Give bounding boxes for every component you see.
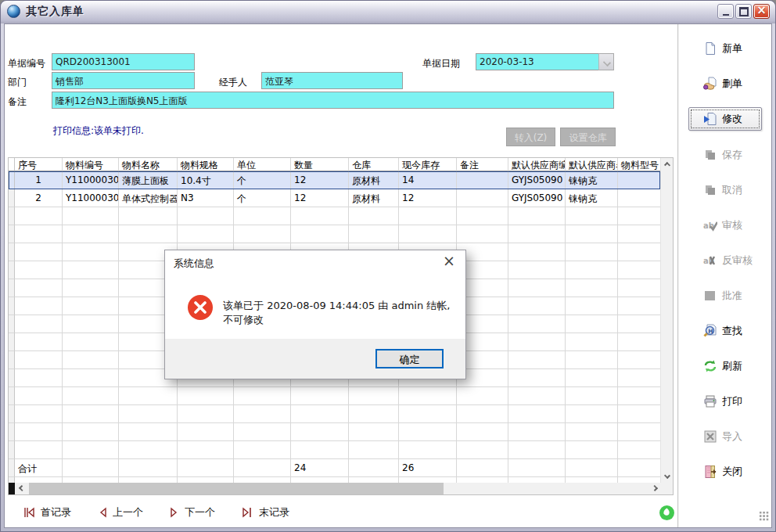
audit-label: 审核	[722, 218, 742, 232]
grid-cell	[399, 405, 457, 423]
grid-header-cell[interactable]: 物料型号	[618, 158, 660, 171]
grid-header-cell[interactable]: 物料编号	[63, 158, 119, 171]
grid-empty-row[interactable]	[9, 477, 660, 483]
grid-data-row[interactable]: 1Y110000300薄膜上面板10.4寸个12原材料14GYJS05090铼钠…	[9, 171, 660, 189]
grid-empty-row[interactable]	[9, 423, 660, 441]
grid-cell	[618, 351, 660, 369]
grid-vertical-scrollbar[interactable]	[660, 158, 673, 483]
maximize-button[interactable]	[735, 4, 752, 19]
doc-date-dropdown-icon[interactable]	[598, 53, 614, 70]
minimize-button[interactable]	[717, 4, 734, 19]
import-button[interactable]: 导入	[678, 425, 772, 448]
grid-cell	[508, 351, 566, 369]
close-form-button[interactable]: 关闭	[678, 460, 772, 483]
grid-cell	[119, 405, 178, 423]
grid-cell	[566, 243, 618, 261]
transfer-button[interactable]: 转入(Z)	[506, 128, 555, 146]
grid-header-cell[interactable]: 备注	[457, 158, 508, 171]
scroll-left-icon[interactable]	[19, 485, 25, 491]
grid-cell	[508, 423, 566, 441]
grid-cell	[15, 315, 63, 333]
grid-cell	[508, 297, 566, 315]
new-doc-label: 新单	[722, 41, 742, 56]
print-icon	[703, 394, 717, 408]
remark-field[interactable]: 隆利12台N3上面版换N5上面版	[52, 92, 614, 109]
grid-cell	[508, 459, 566, 477]
grid-header-cell[interactable]: 仓库	[349, 158, 399, 171]
grid-cell	[618, 261, 660, 279]
doc-date-field[interactable]: 2020-03-13	[476, 53, 599, 70]
next-record-label: 下一个	[185, 505, 215, 519]
grid-cell	[618, 189, 660, 207]
grid-cell	[291, 477, 349, 483]
handler-field[interactable]: 范亚琴	[261, 72, 403, 89]
grid-header-cell[interactable]: 序号	[15, 158, 63, 171]
refresh-button[interactable]: 刷新	[678, 354, 772, 378]
grid-cell: GYJS05090	[508, 189, 566, 207]
grid-cell: N3	[178, 189, 234, 207]
grid-header-cell[interactable]: 数量	[291, 158, 349, 171]
print-button[interactable]: 打印	[678, 390, 772, 413]
grid-data-row[interactable]: 2Y110000301单体式控制器N3个12原材料12GYJS05090铼钠克	[9, 189, 660, 207]
grid-empty-row[interactable]	[9, 225, 660, 243]
grid-header-cell[interactable]: 物料规格	[178, 158, 234, 171]
new-doc-button[interactable]: 新单	[678, 37, 772, 60]
grid-empty-row[interactable]	[9, 387, 660, 405]
close-button[interactable]	[753, 4, 770, 19]
grid-cell	[349, 387, 399, 405]
doc-no-field[interactable]: QRD200313001	[52, 53, 195, 70]
resize-grip[interactable]	[759, 511, 769, 521]
grid-empty-row[interactable]	[9, 405, 660, 423]
scroll-up-icon[interactable]	[664, 162, 670, 168]
dialog-close-icon[interactable]: ×	[440, 253, 458, 268]
remark-label: 备注	[8, 95, 27, 109]
dialog-ok-button[interactable]: 确定	[375, 349, 444, 368]
find-button[interactable]: H 查找	[678, 319, 772, 343]
grid-cell	[508, 225, 566, 243]
grid-empty-row[interactable]	[9, 441, 660, 459]
scroll-right-icon[interactable]	[652, 485, 658, 491]
next-record-button[interactable]: 下一个	[170, 505, 215, 519]
grid-cell	[508, 261, 566, 279]
dept-field[interactable]: 销售部	[52, 72, 195, 89]
grid-header-cell[interactable]: 默认供应商名称	[566, 158, 618, 171]
prev-record-button[interactable]: 上一个	[98, 505, 143, 519]
last-record-button[interactable]: 末记录	[242, 505, 289, 519]
grid-cell: 14	[399, 171, 457, 189]
cancel-button[interactable]: 取消	[678, 178, 772, 202]
grid-cell	[15, 405, 63, 423]
grid-cell	[399, 207, 457, 225]
grid-header-cell[interactable]: 现今库存	[399, 158, 457, 171]
grid-cell	[508, 477, 566, 483]
grid-header-cell[interactable]: 物料名称	[119, 158, 178, 171]
grid-header-cell[interactable]: 单位	[234, 158, 291, 171]
grid-cell	[119, 459, 178, 477]
delete-doc-button[interactable]: 删单	[678, 72, 772, 95]
grid-cell	[63, 225, 119, 243]
unaudit-button[interactable]: ab 反审核	[678, 249, 772, 272]
grid-empty-row[interactable]	[9, 207, 660, 225]
set-warehouse-button[interactable]: 设置仓库	[560, 128, 616, 146]
scroll-down-icon[interactable]	[664, 473, 670, 479]
audit-button[interactable]: ab 审核	[678, 214, 772, 237]
first-record-button[interactable]: 首记录	[23, 505, 71, 519]
grid-cell	[349, 441, 399, 459]
grid-cell: 单体式控制器	[119, 189, 178, 207]
horizontal-scroll-thumb[interactable]	[29, 483, 444, 494]
grid-cell	[15, 333, 63, 351]
grid-header-cell[interactable]: 默认供应商编号	[508, 158, 566, 171]
modify-button[interactable]: 修改	[688, 107, 762, 131]
approve-button[interactable]: 批准	[678, 284, 772, 307]
grid-cell	[178, 459, 234, 477]
save-button[interactable]: 保存	[678, 143, 772, 167]
row-indicator	[9, 189, 15, 207]
grid-cell	[457, 225, 508, 243]
last-record-label: 末记录	[259, 505, 289, 519]
approve-label: 批准	[722, 289, 742, 303]
grid-cell: 24	[291, 459, 349, 477]
grid-cell	[399, 423, 457, 441]
grid-cell	[15, 441, 63, 459]
delete-doc-icon	[703, 77, 717, 91]
grid-cell	[63, 459, 119, 477]
grid-horizontal-scrollbar[interactable]	[9, 483, 660, 494]
